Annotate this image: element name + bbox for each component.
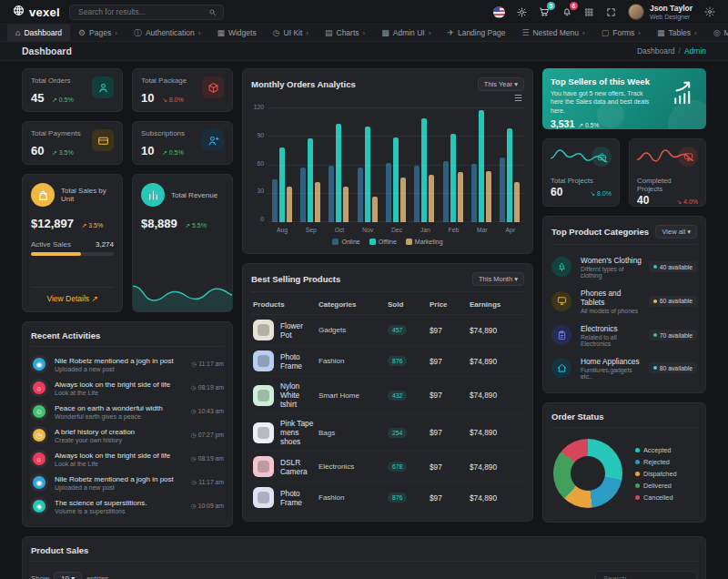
home-icon: ⌂ — [15, 28, 20, 37]
nav-item-landing-page[interactable]: ✈ Landing Page — [439, 25, 513, 41]
display-icon — [683, 152, 693, 162]
best-selling-title: Best Selling Products — [251, 274, 340, 284]
apps-grid-icon[interactable] — [584, 7, 594, 17]
chart-menu-icon[interactable]: ☰ — [251, 94, 522, 103]
nav-item-maps[interactable]: ◎ Maps› — [705, 25, 728, 41]
activity-item[interactable]: ☼ Always look on the bright side of life… — [31, 376, 224, 400]
nav-item-nested-menu[interactable]: ☰ Nested Menu› — [513, 25, 592, 41]
bar-group-jan[interactable] — [414, 104, 434, 222]
bar-offline — [393, 137, 399, 222]
active-sales-label: Active Sales — [31, 240, 71, 249]
cart-icon[interactable]: 5 — [539, 6, 550, 17]
category-item[interactable]: ElectronicsRelated to all Electronics 70… — [551, 319, 697, 351]
growth-icon — [670, 79, 697, 107]
language-flag-icon[interactable] — [493, 6, 505, 18]
legend-online: Online — [332, 239, 359, 245]
bar-group-aug[interactable] — [272, 104, 292, 222]
admin-icon: ▩ — [381, 28, 389, 37]
best-selling-row[interactable]: Flower Pot Gadgets 457 $97 $74,890 — [251, 315, 524, 346]
best-selling-row[interactable]: Photo Frame Fashion 876 $97 $74,890 — [251, 482, 524, 513]
best-selling-row[interactable]: Nylon White tshirt Smart Home 432 $97 $7… — [251, 377, 524, 414]
bar-group-apr[interactable] — [500, 104, 520, 222]
legend-rejected: Rejected — [635, 458, 677, 466]
nav-item-forms[interactable]: ▢ Forms› — [593, 25, 649, 41]
category-item[interactable]: Home AppliancesFurnitures,gadgets etc.. … — [551, 351, 697, 384]
best-selling-row[interactable]: Photo Frame Fashion 876 $97 $74,890 — [251, 346, 524, 377]
x-axis-labels: AugSepOctNovDecJanFebMarApr — [268, 227, 524, 233]
order-status-donut — [553, 439, 622, 508]
column-earnings: Earnings — [470, 300, 522, 309]
bar-marketing — [400, 178, 406, 222]
card-icon — [97, 135, 109, 147]
activity-item[interactable]: ◷ A brief history of creationCreate your… — [31, 423, 224, 447]
month-filter-dropdown[interactable]: This Month ▾ — [472, 272, 524, 286]
signal-icon: ◈ — [33, 500, 46, 513]
activity-item[interactable]: ◈ The science of superstitions.Volume is… — [31, 494, 224, 518]
table-search[interactable] — [595, 571, 697, 579]
global-search[interactable] — [69, 5, 224, 20]
category-item[interactable]: Phones and TabletsAll models of phones 6… — [551, 283, 697, 319]
total-sales-card: Total Sales by Unit $12,897 ↗ 3.5% Activ… — [22, 174, 123, 312]
activity-time: ◷ 11:17 am — [184, 361, 224, 368]
settings-gear-icon[interactable] — [704, 6, 715, 17]
trend-up-icon: ↗ 0.5% — [52, 96, 74, 103]
vexel-logo[interactable]: vexel — [13, 5, 60, 19]
stat-card-subscriptions: Subscriptions 10 ↗ 0.5% — [132, 121, 233, 165]
nav-item-admin-ui[interactable]: ▩ Admin UI› — [373, 25, 439, 41]
bar-group-mar[interactable] — [471, 104, 491, 222]
activity-item[interactable]: ◉ Nile Robetz mentioned a jogh in postUp… — [31, 352, 224, 376]
bar-group-feb[interactable] — [443, 104, 463, 222]
bar-group-nov[interactable] — [358, 104, 378, 222]
nav-item-widgets[interactable]: ▦ Widgets — [208, 25, 264, 41]
table-search-input[interactable] — [602, 574, 691, 579]
year-filter-dropdown[interactable]: This Year ▾ — [478, 77, 524, 91]
bar-marketing — [514, 182, 520, 222]
nav-item-dashboard[interactable]: ⌂ Dashboard — [7, 25, 70, 41]
globe-icon — [13, 5, 25, 16]
activity-item[interactable]: ☺ Peace on earth a wonderful widthWonder… — [31, 400, 224, 423]
product-thumbnail — [253, 456, 274, 477]
theme-sun-icon[interactable] — [517, 7, 527, 17]
best-selling-row[interactable]: DSLR Camera Electronics 678 $97 $74,890 — [251, 452, 524, 482]
nav-item-charts[interactable]: ▤ Charts› — [317, 25, 373, 41]
growth-bars-icon — [670, 79, 697, 110]
available-badge: 40 available — [649, 261, 697, 272]
activity-item[interactable]: ☼ Always look on the bright side of life… — [31, 447, 224, 471]
breadcrumb-item[interactable]: Dashboard — [637, 46, 675, 56]
chevron-right-icon: › — [115, 29, 117, 37]
legend-dispatched: Dispatched — [635, 470, 677, 478]
bar-group-oct[interactable] — [329, 104, 349, 222]
bar-group-sep[interactable] — [300, 104, 320, 222]
user-menu[interactable]: Json Taylor Web Designer — [628, 4, 693, 20]
notifications-bell-icon[interactable]: 6 — [561, 6, 572, 17]
search-input[interactable] — [76, 6, 208, 17]
bar-group-dec[interactable] — [386, 104, 406, 222]
fullscreen-icon[interactable] — [606, 7, 616, 17]
product-sales-card: Product Sales Show 10 ▾ entries Order no… — [22, 536, 706, 579]
activities-list: ◉ Nile Robetz mentioned a jogh in postUp… — [31, 352, 224, 518]
column-sold: Sold — [388, 300, 426, 309]
view-details-link[interactable]: View Details ↗ — [31, 287, 114, 303]
sunburst-icon: ☼ — [33, 452, 46, 465]
nav-item-tables[interactable]: ▦ Tables› — [649, 25, 705, 41]
breadcrumb-item-active: Admin — [684, 46, 706, 56]
activity-item[interactable]: ◉ Nile Robetz mentioned a jogh in postUp… — [31, 471, 224, 494]
user-role: Web Designer — [650, 14, 693, 20]
nav-item-pages[interactable]: ⚙ Pages› — [70, 25, 126, 41]
entries-select[interactable]: 10 ▾ — [54, 572, 82, 579]
best-selling-row[interactable]: Pink Tape mens shoes Bags 254 $97 $74,89… — [251, 414, 524, 452]
page-title: Dashboard — [22, 46, 72, 56]
top-categories-card: Top Product Categories View all ▾ Women'… — [542, 216, 706, 393]
sold-badge: 876 — [388, 493, 407, 503]
sales-change: ↗ 3.5% — [81, 222, 103, 229]
nav-item-ui-kit[interactable]: ◷ UI Kit› — [265, 25, 317, 41]
nav-item-authentication[interactable]: ⓘ Authentication› — [126, 25, 209, 41]
person_plus-icon — [207, 135, 219, 147]
activity-time: ◷ 08:19 am — [184, 384, 224, 391]
bar-online — [300, 168, 306, 222]
category-item[interactable]: Women's ClothingDiffernt types of clothi… — [551, 250, 697, 283]
view-all-dropdown[interactable]: View all ▾ — [655, 225, 697, 239]
revenue-sparkline — [133, 255, 233, 311]
sold-badge: 457 — [388, 325, 407, 335]
chart-legend: OnlineOfflineMarketing — [251, 239, 524, 245]
